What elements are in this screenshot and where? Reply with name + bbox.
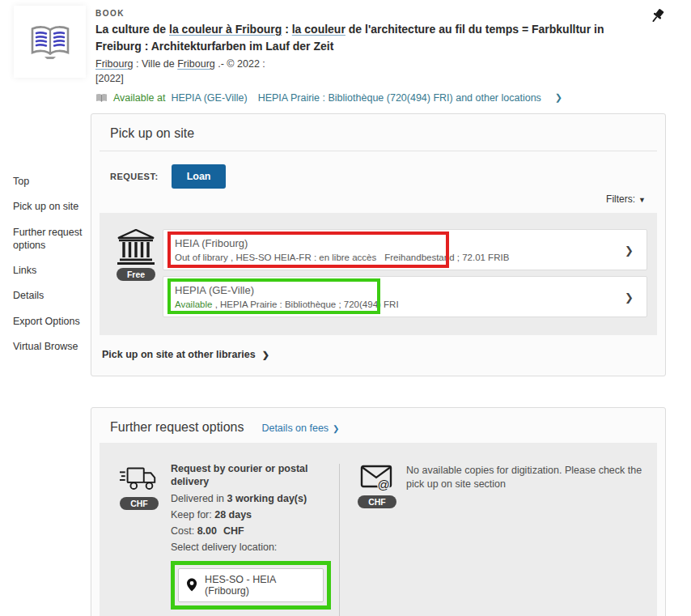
holding-library-name: HEPIA (GE-Ville) — [175, 284, 614, 296]
holding-library-name: HEIA (Fribourg) — [175, 237, 614, 249]
location-pin-icon — [187, 578, 197, 592]
record-date: [2022] — [95, 73, 654, 84]
title-link-couleur-fribourg[interactable]: la couleur à Fribourg — [169, 23, 282, 36]
section-nav: Top Pick up on site Further request opti… — [13, 175, 87, 365]
holding-row-hepia[interactable]: HEPIA (GE-Ville) Available , HEPIA Prair… — [163, 276, 647, 317]
availability-book-icon — [95, 93, 108, 103]
sidebar-item-further-request[interactable]: Further request options — [13, 226, 87, 253]
chf-badge: CHF — [358, 495, 396, 508]
sidebar-item-virtual-browse[interactable]: Virtual Browse — [13, 340, 87, 353]
chevron-right-icon[interactable]: ❯ — [262, 350, 269, 359]
availability-location-link[interactable]: HEPIA (GE-Ville) — [171, 92, 247, 104]
record-title: La culture de la couleur à Fribourg : la… — [95, 21, 639, 55]
delivery-truck-icon — [119, 465, 159, 494]
sidebar-item-export[interactable]: Export Options — [13, 315, 87, 328]
digitization-email-icon: @ — [360, 465, 394, 492]
title-link-couleur[interactable]: la couleur — [292, 23, 346, 36]
availability-chevron-icon[interactable]: ❯ — [555, 92, 562, 103]
keep-for-line: Keep for: 28 days — [171, 508, 337, 521]
pickup-on-site-panel: Pick up on site REQUEST: Loan Filters:▼ — [91, 113, 666, 376]
availability-line[interactable]: Available at HEPIA (GE-Ville) HEPIA Prai… — [95, 92, 654, 104]
further-panel-title: Further request options — [110, 420, 244, 435]
sidebar-item-pickup[interactable]: Pick up on site — [13, 200, 87, 213]
holding-status: Out of library , HES-SO HEIA-FR : en lib… — [175, 253, 614, 262]
holding-row-heia[interactable]: HEIA (Fribourg) Out of library , HES-SO … — [163, 229, 647, 270]
filters-toggle[interactable]: Filters:▼ — [91, 189, 665, 213]
record-author-line: Fribourg : Ville de Fribourg .- © 2022 : — [95, 57, 654, 71]
library-building-icon — [117, 229, 155, 265]
chevron-right-icon[interactable]: ❯ — [625, 291, 634, 303]
sidebar-item-top[interactable]: Top — [13, 175, 87, 188]
sidebar-item-details[interactable]: Details — [13, 289, 87, 302]
further-request-options-panel: Further request options Details on fees❯ — [91, 407, 666, 616]
sidebar-item-links[interactable]: Links — [13, 264, 87, 277]
chf-badge: CHF — [120, 497, 159, 510]
chevron-right-icon[interactable]: ❯ — [625, 244, 634, 256]
digitization-option: @ CHF No available copies for digitizati… — [348, 462, 649, 616]
other-libraries-link[interactable]: Pick up on site at other libraries❯ — [91, 335, 665, 376]
annotation-green-box: HES-SO - HEIA (Fribourg) — [171, 561, 331, 610]
title-text: : — [282, 23, 291, 36]
availability-detail-link[interactable]: HEPIA Prairie : Bibliothèque (720(494) F… — [258, 92, 541, 104]
courier-option-title: Request by courier or postal delivery — [171, 462, 337, 489]
availability-status: Available at — [113, 92, 165, 104]
publisher-link-fribourg[interactable]: Fribourg — [177, 58, 215, 70]
courier-request-option: CHF Request by courier or postal deliver… — [108, 462, 337, 616]
record-thumbnail — [14, 6, 86, 78]
delivery-time-line: Delivered in 3 working day(s) — [171, 492, 337, 505]
filters-caret-icon[interactable]: ▼ — [638, 196, 646, 204]
loan-button[interactable]: Loan — [172, 164, 227, 189]
open-book-icon — [28, 23, 72, 61]
author-link-fribourg[interactable]: Fribourg — [95, 58, 134, 70]
select-delivery-label: Select delivery location: — [171, 541, 337, 554]
holdings-section: Free HEIA (Fribourg) Out of library , HE… — [100, 213, 657, 335]
chevron-right-icon[interactable]: ❯ — [333, 424, 339, 433]
options-divider — [339, 464, 340, 616]
title-text: La culture de — [95, 23, 169, 36]
svg-text:@: @ — [377, 478, 389, 491]
delivery-location-select[interactable]: HES-SO - HEIA (Fribourg) — [178, 568, 324, 602]
request-label: REQUEST: — [110, 172, 159, 181]
digitization-message: No available copies for digitization. Pl… — [406, 462, 649, 616]
cost-line: Cost: 8.00CHF — [171, 525, 337, 537]
details-on-fees-link[interactable]: Details on fees❯ — [261, 420, 339, 435]
holding-status: Available , HEPIA Prairie : Bibliothèque… — [175, 300, 614, 309]
pickup-panel-title: Pick up on site — [110, 126, 194, 141]
free-badge: Free — [117, 268, 155, 281]
resource-type-label: BOOK — [95, 9, 654, 18]
